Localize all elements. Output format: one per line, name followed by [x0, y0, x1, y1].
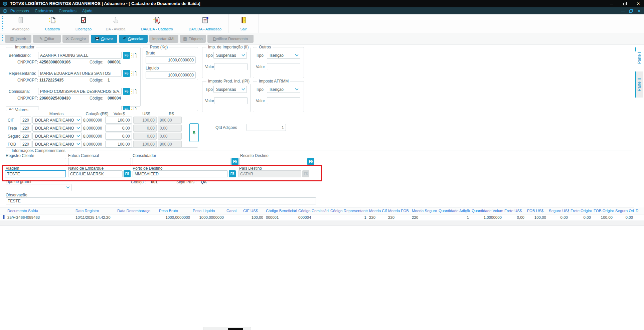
child-close-button[interactable]: ✕: [637, 7, 641, 14]
toolbar-item-3[interactable]: Liberação: [68, 14, 99, 33]
f5-lookup-button[interactable]: F5: [123, 70, 130, 77]
porto-f5-button[interactable]: F5: [229, 170, 236, 177]
peso-bruto-input[interactable]: [146, 56, 196, 63]
toolbar-item-6[interactable]: DA/CDA - Admissão: [182, 14, 228, 33]
child-minimize-button[interactable]: [621, 7, 625, 14]
viagem-input[interactable]: [5, 170, 66, 177]
qtd-adicoes-input[interactable]: [247, 124, 286, 131]
app-globe-icon: [3, 1, 7, 6]
toolbar-item-7[interactable]: Sair: [228, 14, 259, 33]
currency-select[interactable]: DOLAR AMERICANO: [32, 125, 82, 132]
observacao-input[interactable]: [6, 197, 316, 204]
f5-lookup-button[interactable]: F5: [123, 88, 130, 95]
menu-globe-icon: [3, 9, 7, 13]
grid-column-header-15[interactable]: Quantidade Volumes: [470, 209, 503, 213]
toolbar-drag-handle[interactable]: [2, 16, 3, 31]
restore-button[interactable]: [623, 0, 627, 7]
action-button-cancelar[interactable]: ↶Cancelar: [119, 35, 148, 43]
currency-code-input[interactable]: [20, 117, 31, 124]
close-button[interactable]: ✕: [637, 0, 640, 7]
currency-select[interactable]: DOLAR AMERICANO: [32, 141, 82, 148]
actionbar-drag-handle[interactable]: [2, 35, 3, 42]
action-button-inserir: ▤Inserir: [5, 35, 31, 43]
recinto-destino-input[interactable]: [239, 158, 306, 165]
currency-code-input[interactable]: [20, 141, 31, 148]
grid-column-header-7[interactable]: CIF US$: [242, 209, 265, 213]
grid-column-header-8[interactable]: Código Beneficiário: [265, 209, 297, 213]
consolidador-f5-button[interactable]: F5: [231, 158, 238, 165]
side-tab-2[interactable]: Parte II: [635, 71, 643, 98]
toolbar-item-2[interactable]: Cadastra: [37, 14, 68, 33]
grid-column-header-13[interactable]: Moeda Seguro: [411, 209, 437, 213]
grid-column-header-12[interactable]: Moeda FOB: [387, 209, 411, 213]
registro-cliente-input[interactable]: [6, 158, 66, 165]
app-window: TOTVS LOGÍSTICA RECINTOS ADUANEIROS | Ad…: [0, 0, 644, 330]
peso-liquido-input[interactable]: [146, 71, 196, 78]
tipo-select[interactable]: Suspensão: [213, 52, 247, 59]
menu-item-3[interactable]: Consultas: [59, 9, 76, 13]
grid-column-header-1[interactable]: Documento Saída: [6, 209, 74, 213]
grid-column-header-22[interactable]: D: [634, 209, 644, 213]
child-restore-button[interactable]: [629, 7, 633, 14]
consolidador-input[interactable]: [133, 158, 230, 165]
grid-column-header-5[interactable]: Peso Liquido: [191, 209, 225, 213]
grid-column-header-16[interactable]: Frete US$: [503, 209, 526, 213]
grid-column-header-11[interactable]: Moeda CIF: [368, 209, 387, 213]
tipo-granel-select[interactable]: [6, 184, 71, 191]
menu-item-1[interactable]: Processos: [10, 9, 29, 13]
grid-column-header-4[interactable]: Peso Bruto: [158, 209, 191, 213]
valor-input[interactable]: [105, 141, 132, 148]
grid-row[interactable]: 25/HG466408946310/11/2025 14:42:201000,0…: [0, 214, 644, 220]
navio-embarque-input[interactable]: [68, 170, 123, 177]
porto-destino-input[interactable]: [133, 170, 228, 177]
field-label: Representante:: [9, 71, 38, 76]
tipo-select[interactable]: Isenção: [267, 86, 300, 93]
new-record-icon[interactable]: [131, 52, 138, 59]
tipo-select[interactable]: Suspensão: [213, 86, 247, 93]
valor-input[interactable]: [267, 63, 300, 70]
clipboard-check-icon: [79, 16, 88, 25]
grid-column-header-19[interactable]: Frete Original: [569, 209, 592, 213]
grid-column-header-18[interactable]: Seguro US$: [547, 209, 569, 213]
fatura-comercial-label: Fatura Comercial: [68, 153, 99, 158]
action-button-gravar[interactable]: Gravar: [91, 35, 117, 43]
valor-input[interactable]: [267, 97, 300, 104]
grid-column-header-14[interactable]: Quantidade Adições: [437, 209, 470, 213]
side-tab-1[interactable]: Parte I: [635, 47, 643, 69]
valor-input[interactable]: [214, 63, 248, 70]
grid-column-header-3[interactable]: Data Desembaraço: [116, 209, 158, 213]
menu-item-2[interactable]: Cadastros: [35, 9, 53, 13]
currency-select[interactable]: DOLAR AMERICANO: [32, 117, 82, 124]
grid-column-header-2[interactable]: Data Registro: [74, 209, 116, 213]
f5-lookup-button[interactable]: F5: [123, 52, 130, 59]
grid-column-header-9[interactable]: Código Comissária: [297, 209, 329, 213]
importador-subrow: CNPJ/CPF:42563008000106Código:000001: [9, 59, 138, 65]
valor-input[interactable]: [105, 125, 132, 132]
minimize-button[interactable]: [610, 0, 613, 7]
grid-column-header-20[interactable]: FOB Original: [592, 209, 614, 213]
new-record-icon[interactable]: [131, 88, 138, 95]
menu-item-4[interactable]: Ajuda: [82, 9, 93, 13]
toolbar-item-5[interactable]: DA/CDA - Cadastro: [132, 14, 182, 33]
navio-f5-button[interactable]: F5: [124, 170, 131, 177]
currency-code-input[interactable]: [20, 125, 31, 132]
valores-group: Valores Moedas Cotação(R$) Valor$ US$ R$…: [6, 110, 198, 148]
valor-input[interactable]: [214, 97, 248, 104]
grid-column-header-10[interactable]: Código Representante: [329, 209, 368, 213]
new-record-icon[interactable]: [131, 70, 138, 77]
fatura-comercial-input[interactable]: [68, 158, 131, 165]
importador-value-input[interactable]: [38, 52, 122, 59]
valor-input[interactable]: [105, 133, 132, 140]
importador-value-input[interactable]: [38, 70, 122, 77]
tipo-select[interactable]: Isenção: [267, 52, 300, 59]
grid-column-header-17[interactable]: FOB US$: [526, 209, 547, 213]
recinto-destino-f5-button[interactable]: F5: [307, 158, 314, 165]
grid-column-header-6[interactable]: Canal: [225, 209, 242, 213]
currency-code-input[interactable]: [20, 133, 31, 140]
currency-select[interactable]: DOLAR AMERICANO: [32, 133, 82, 140]
currency-dollar-button[interactable]: $: [189, 123, 199, 142]
valor-label: Valor: [205, 99, 214, 103]
grid-column-header-21[interactable]: Seguro Original: [614, 209, 634, 213]
valor-input[interactable]: [105, 117, 132, 124]
importador-value-input[interactable]: [38, 88, 122, 95]
